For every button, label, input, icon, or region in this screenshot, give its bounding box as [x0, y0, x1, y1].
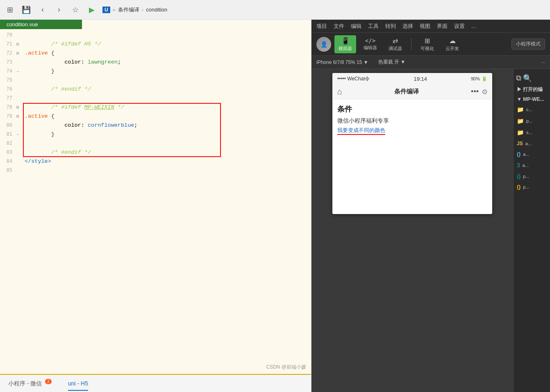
phone-back-icon[interactable]: ⌂: [337, 87, 342, 96]
code-line-70: 70: [0, 31, 311, 40]
phone-content-link[interactable]: 我要变成不同的颜色: [337, 127, 385, 135]
back-icon[interactable]: ‹: [37, 4, 48, 16]
phone-frame: ••••• WeChat令 19:14 90% 🔋 ⌂ 条件编译 ••• ⊙: [332, 73, 492, 214]
fold-81: –: [16, 130, 23, 139]
line-num-75: 75: [0, 76, 16, 85]
line-num-78: 78: [0, 103, 16, 112]
phone-content: 条件 微信小程序福利专享 我要变成不同的颜色: [332, 99, 492, 214]
tab-miniprogram[interactable]: 小程序 - 微信 2: [8, 376, 52, 391]
sidebar-item-json-p2[interactable]: {} p...: [514, 182, 550, 192]
folder-p-label: p...: [526, 119, 532, 123]
save-icon[interactable]: 💾: [20, 4, 32, 16]
phone-content-subtitle: 微信小程序福利专享: [337, 117, 487, 125]
code-text-80: color: cornflowerblue;: [23, 121, 311, 130]
menu-project[interactable]: 项目: [316, 23, 327, 30]
breadcrumb-item2[interactable]: condition: [146, 7, 167, 13]
visualize-label: 可视化: [420, 46, 434, 52]
debugger-icon: ⇄: [393, 37, 398, 45]
phone-content-link-wrapper: 我要变成不同的颜色: [337, 126, 487, 137]
sidebar-item-blue-a[interactable]: 3 a...: [514, 160, 550, 171]
menu-select[interactable]: 选择: [402, 23, 413, 30]
editor-tab[interactable]: condition.vue: [0, 20, 82, 29]
reload-selector[interactable]: 热重载 开 ▼: [378, 59, 406, 66]
bookmark-icon[interactable]: ☆: [70, 4, 81, 16]
phone-more-icon[interactable]: •••: [471, 87, 479, 96]
breadcrumb-item1[interactable]: 条件编译: [118, 6, 139, 14]
sidebar-copy-icon[interactable]: ⧉: [516, 74, 521, 83]
code-line-72: 72 ⊟ .active {: [0, 49, 311, 58]
fold-71[interactable]: ⊟: [16, 40, 23, 49]
sidebar-search-icon[interactable]: 🔍: [523, 74, 532, 83]
folder-c-icon: 📁: [517, 106, 524, 113]
sidebar-open-section[interactable]: ▶ 打开的编: [514, 84, 550, 95]
json-file-icon1: {}: [517, 151, 520, 157]
code-line-81: 81 – }: [0, 130, 311, 139]
watermark: CSDN @前端小媛: [266, 364, 306, 371]
editor-icon: </>: [365, 37, 375, 44]
editor-label: 编辑器: [364, 45, 377, 51]
code-text-73: color: lawngreen;: [23, 58, 311, 67]
code-text-83: /* #endif */: [23, 148, 311, 157]
device-selector[interactable]: iPhone 6/7/8 75% 15 ▼: [316, 59, 368, 65]
debugger-button[interactable]: ⇄ 调试器: [384, 35, 406, 53]
menu-view[interactable]: 视图: [420, 23, 430, 30]
sidebar-item-s[interactable]: 📁 s...: [514, 127, 550, 138]
run-icon[interactable]: ▶: [86, 4, 98, 16]
cloud-button[interactable]: ☁ 云开发: [441, 35, 463, 53]
fold-78[interactable]: ⊟: [16, 103, 23, 112]
code-container: 70 71 ⊟ /* #ifdef H5 */ 72 ⊟ .active {: [0, 29, 311, 374]
visualize-icon: ⊞: [425, 37, 430, 45]
code-line-77: 77: [0, 94, 311, 103]
phone-statusbar: ••••• WeChat令 19:14 90% 🔋: [332, 73, 492, 84]
sidebar-mp-section[interactable]: ▼ MP-WE...: [514, 95, 550, 104]
user-avatar[interactable]: 👤: [316, 37, 331, 52]
line-num-81: 81: [0, 130, 16, 139]
line-num-84: 84: [0, 157, 16, 166]
line-num-82: 82: [0, 139, 16, 148]
status-left: ••••• WeChat令: [337, 75, 370, 82]
sidebar-item-json-p1[interactable]: {} p...: [514, 171, 550, 182]
json-a-label: a...: [523, 152, 529, 157]
main-content: condition.vue 70 71 ⊟ /* #ifdef H5 */: [0, 20, 550, 392]
menu-more[interactable]: ...: [471, 23, 476, 29]
menu-file[interactable]: 文件: [334, 23, 344, 30]
simulator-button[interactable]: 📱 模拟器: [334, 35, 356, 53]
visualize-button[interactable]: ⊞ 可视化: [416, 35, 438, 53]
code-text-76: /* #endif */: [23, 85, 311, 94]
breadcrumb-sep1: «: [113, 7, 116, 13]
folder-s-icon: 📁: [517, 129, 524, 136]
sidebar-item-p[interactable]: 📁 p...: [514, 115, 550, 127]
blue-a-label: a...: [523, 163, 529, 168]
code-line-84: 84 </style>: [0, 157, 311, 166]
menu-tools[interactable]: 工具: [368, 23, 379, 30]
device-more-icon[interactable]: ···: [541, 59, 545, 65]
breadcrumb-tab-icon: U: [102, 7, 110, 13]
forward-icon[interactable]: ›: [53, 4, 65, 16]
code-line-80: 80 color: cornflowerblue;: [0, 121, 311, 130]
code-line-85: 85: [0, 166, 311, 175]
miniprogram-mode-button[interactable]: 小程序模式: [511, 39, 545, 50]
sidebar-item-c[interactable]: 📁 c...: [514, 104, 550, 115]
menu-interface[interactable]: 界面: [437, 23, 448, 30]
code-text-71: /* #ifdef H5 */: [23, 40, 311, 49]
menu-edit[interactable]: 编辑: [351, 23, 361, 30]
menu-goto[interactable]: 转到: [385, 23, 396, 30]
line-num-70: 70: [0, 31, 16, 40]
phone-preview: ••••• WeChat令 19:14 90% 🔋 ⌂ 条件编译 ••• ⊙: [311, 69, 513, 392]
fold-79[interactable]: ⊟: [16, 112, 23, 121]
fold-72[interactable]: ⊟: [16, 49, 23, 58]
add-file-icon[interactable]: ⊞: [4, 4, 16, 16]
phone-record-icon[interactable]: ⊙: [482, 88, 487, 96]
sidebar-item-json-a[interactable]: {} a...: [514, 149, 550, 160]
code-text-72: .active {: [23, 49, 311, 58]
menu-settings[interactable]: 设置: [454, 23, 465, 30]
tab-uni-h5[interactable]: uni - H5: [68, 377, 88, 390]
phone-navbar: ⌂ 条件编译 ••• ⊙: [332, 84, 492, 99]
sidebar-item-js-a[interactable]: JS a...: [514, 138, 550, 149]
code-area[interactable]: 70 71 ⊟ /* #ifdef H5 */ 72 ⊟ .active {: [0, 29, 311, 177]
tab-uni-h5-label: uni - H5: [68, 380, 88, 387]
top-toolbar: ⊞ 💾 ‹ › ☆ ▶ U « 条件编译 › condition: [0, 0, 550, 20]
line-num-77: 77: [0, 94, 16, 103]
editor-button[interactable]: </> 编辑器: [359, 36, 381, 52]
code-text-74: }: [23, 67, 311, 76]
